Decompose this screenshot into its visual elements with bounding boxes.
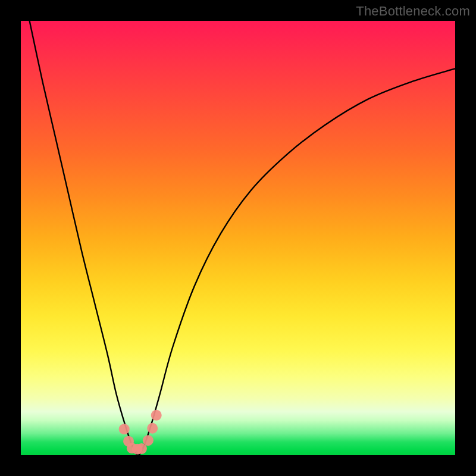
curve-marker [143,435,154,446]
curve-marker [119,424,130,434]
chart-frame: TheBottleneck.com [0,0,476,476]
bottleneck-curve-svg [21,21,455,455]
attribution-text: TheBottleneck.com [356,4,470,19]
curve-marker [151,410,162,421]
bottleneck-curve-path [30,21,455,455]
curve-marker [147,423,158,434]
plot-area [21,21,455,455]
marker-group [119,410,162,455]
